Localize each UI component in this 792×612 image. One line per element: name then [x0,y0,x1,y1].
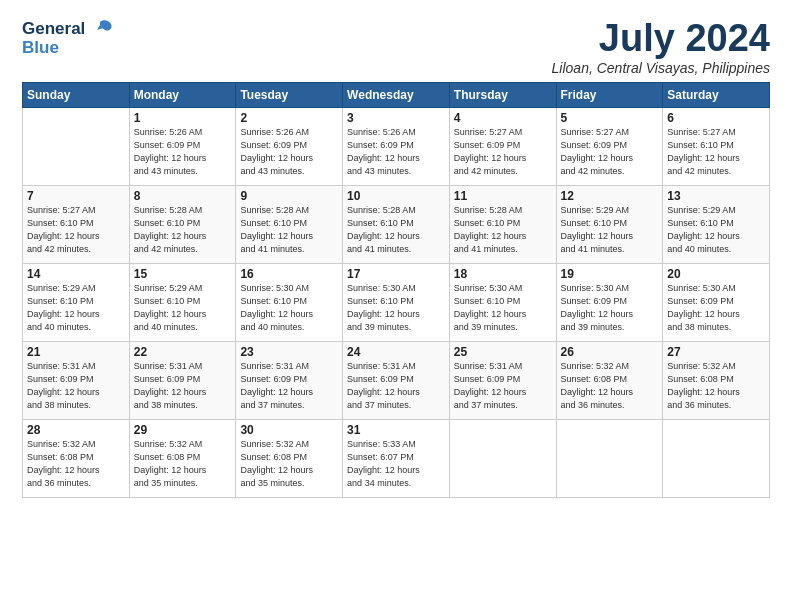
logo: General Blue [22,18,113,58]
calendar-cell: 6Sunrise: 5:27 AM Sunset: 6:10 PM Daylig… [663,107,770,185]
day-number: 15 [134,267,232,281]
dow-header-monday: Monday [129,82,236,107]
calendar-cell: 26Sunrise: 5:32 AM Sunset: 6:08 PM Dayli… [556,341,663,419]
calendar-cell: 18Sunrise: 5:30 AM Sunset: 6:10 PM Dayli… [449,263,556,341]
day-info: Sunrise: 5:33 AM Sunset: 6:07 PM Dayligh… [347,438,445,490]
day-number: 2 [240,111,338,125]
calendar-cell: 13Sunrise: 5:29 AM Sunset: 6:10 PM Dayli… [663,185,770,263]
day-info: Sunrise: 5:31 AM Sunset: 6:09 PM Dayligh… [240,360,338,412]
day-info: Sunrise: 5:28 AM Sunset: 6:10 PM Dayligh… [240,204,338,256]
calendar-week-3: 14Sunrise: 5:29 AM Sunset: 6:10 PM Dayli… [23,263,770,341]
day-info: Sunrise: 5:29 AM Sunset: 6:10 PM Dayligh… [561,204,659,256]
day-info: Sunrise: 5:29 AM Sunset: 6:10 PM Dayligh… [667,204,765,256]
calendar-week-1: 1Sunrise: 5:26 AM Sunset: 6:09 PM Daylig… [23,107,770,185]
calendar-cell: 9Sunrise: 5:28 AM Sunset: 6:10 PM Daylig… [236,185,343,263]
calendar-cell: 4Sunrise: 5:27 AM Sunset: 6:09 PM Daylig… [449,107,556,185]
day-info: Sunrise: 5:27 AM Sunset: 6:09 PM Dayligh… [561,126,659,178]
calendar-cell: 28Sunrise: 5:32 AM Sunset: 6:08 PM Dayli… [23,419,130,497]
calendar-cell: 3Sunrise: 5:26 AM Sunset: 6:09 PM Daylig… [343,107,450,185]
day-info: Sunrise: 5:31 AM Sunset: 6:09 PM Dayligh… [134,360,232,412]
day-info: Sunrise: 5:28 AM Sunset: 6:10 PM Dayligh… [134,204,232,256]
dow-header-friday: Friday [556,82,663,107]
calendar-cell: 30Sunrise: 5:32 AM Sunset: 6:08 PM Dayli… [236,419,343,497]
calendar-cell: 22Sunrise: 5:31 AM Sunset: 6:09 PM Dayli… [129,341,236,419]
logo-general: General [22,19,85,39]
day-info: Sunrise: 5:30 AM Sunset: 6:09 PM Dayligh… [667,282,765,334]
calendar-cell: 27Sunrise: 5:32 AM Sunset: 6:08 PM Dayli… [663,341,770,419]
day-info: Sunrise: 5:32 AM Sunset: 6:08 PM Dayligh… [27,438,125,490]
day-number: 11 [454,189,552,203]
calendar-cell: 20Sunrise: 5:30 AM Sunset: 6:09 PM Dayli… [663,263,770,341]
day-number: 21 [27,345,125,359]
dow-header-tuesday: Tuesday [236,82,343,107]
day-number: 22 [134,345,232,359]
day-info: Sunrise: 5:30 AM Sunset: 6:09 PM Dayligh… [561,282,659,334]
day-info: Sunrise: 5:26 AM Sunset: 6:09 PM Dayligh… [347,126,445,178]
day-info: Sunrise: 5:26 AM Sunset: 6:09 PM Dayligh… [240,126,338,178]
dow-header-thursday: Thursday [449,82,556,107]
day-info: Sunrise: 5:31 AM Sunset: 6:09 PM Dayligh… [27,360,125,412]
calendar-cell: 8Sunrise: 5:28 AM Sunset: 6:10 PM Daylig… [129,185,236,263]
day-info: Sunrise: 5:30 AM Sunset: 6:10 PM Dayligh… [347,282,445,334]
day-info: Sunrise: 5:30 AM Sunset: 6:10 PM Dayligh… [454,282,552,334]
calendar-week-2: 7Sunrise: 5:27 AM Sunset: 6:10 PM Daylig… [23,185,770,263]
day-number: 16 [240,267,338,281]
day-info: Sunrise: 5:29 AM Sunset: 6:10 PM Dayligh… [134,282,232,334]
day-number: 10 [347,189,445,203]
day-number: 17 [347,267,445,281]
logo-blue: Blue [22,38,113,58]
day-info: Sunrise: 5:31 AM Sunset: 6:09 PM Dayligh… [347,360,445,412]
calendar-cell: 24Sunrise: 5:31 AM Sunset: 6:09 PM Dayli… [343,341,450,419]
calendar-cell: 17Sunrise: 5:30 AM Sunset: 6:10 PM Dayli… [343,263,450,341]
calendar-cell: 19Sunrise: 5:30 AM Sunset: 6:09 PM Dayli… [556,263,663,341]
day-number: 18 [454,267,552,281]
day-number: 24 [347,345,445,359]
day-number: 6 [667,111,765,125]
title-block: July 2024 Liloan, Central Visayas, Phili… [552,18,770,76]
calendar-cell: 1Sunrise: 5:26 AM Sunset: 6:09 PM Daylig… [129,107,236,185]
calendar-cell [556,419,663,497]
day-number: 7 [27,189,125,203]
day-number: 1 [134,111,232,125]
logo-bird-icon [87,18,113,40]
day-info: Sunrise: 5:32 AM Sunset: 6:08 PM Dayligh… [134,438,232,490]
day-number: 20 [667,267,765,281]
day-number: 31 [347,423,445,437]
calendar-week-4: 21Sunrise: 5:31 AM Sunset: 6:09 PM Dayli… [23,341,770,419]
calendar-cell: 11Sunrise: 5:28 AM Sunset: 6:10 PM Dayli… [449,185,556,263]
day-number: 29 [134,423,232,437]
days-of-week-row: SundayMondayTuesdayWednesdayThursdayFrid… [23,82,770,107]
day-number: 14 [27,267,125,281]
calendar-cell [663,419,770,497]
dow-header-sunday: Sunday [23,82,130,107]
day-number: 12 [561,189,659,203]
day-info: Sunrise: 5:32 AM Sunset: 6:08 PM Dayligh… [561,360,659,412]
calendar-table: SundayMondayTuesdayWednesdayThursdayFrid… [22,82,770,498]
day-number: 8 [134,189,232,203]
day-number: 27 [667,345,765,359]
dow-header-wednesday: Wednesday [343,82,450,107]
day-number: 4 [454,111,552,125]
day-number: 26 [561,345,659,359]
day-number: 3 [347,111,445,125]
day-info: Sunrise: 5:27 AM Sunset: 6:09 PM Dayligh… [454,126,552,178]
calendar-cell: 12Sunrise: 5:29 AM Sunset: 6:10 PM Dayli… [556,185,663,263]
day-info: Sunrise: 5:27 AM Sunset: 6:10 PM Dayligh… [27,204,125,256]
calendar-cell: 2Sunrise: 5:26 AM Sunset: 6:09 PM Daylig… [236,107,343,185]
calendar-cell: 25Sunrise: 5:31 AM Sunset: 6:09 PM Dayli… [449,341,556,419]
day-number: 19 [561,267,659,281]
day-number: 13 [667,189,765,203]
calendar-cell: 31Sunrise: 5:33 AM Sunset: 6:07 PM Dayli… [343,419,450,497]
calendar-cell: 21Sunrise: 5:31 AM Sunset: 6:09 PM Dayli… [23,341,130,419]
calendar-cell: 23Sunrise: 5:31 AM Sunset: 6:09 PM Dayli… [236,341,343,419]
day-number: 25 [454,345,552,359]
calendar-cell: 5Sunrise: 5:27 AM Sunset: 6:09 PM Daylig… [556,107,663,185]
day-number: 23 [240,345,338,359]
calendar-cell: 15Sunrise: 5:29 AM Sunset: 6:10 PM Dayli… [129,263,236,341]
day-number: 30 [240,423,338,437]
dow-header-saturday: Saturday [663,82,770,107]
day-info: Sunrise: 5:31 AM Sunset: 6:09 PM Dayligh… [454,360,552,412]
day-info: Sunrise: 5:27 AM Sunset: 6:10 PM Dayligh… [667,126,765,178]
calendar-cell: 29Sunrise: 5:32 AM Sunset: 6:08 PM Dayli… [129,419,236,497]
day-info: Sunrise: 5:28 AM Sunset: 6:10 PM Dayligh… [454,204,552,256]
